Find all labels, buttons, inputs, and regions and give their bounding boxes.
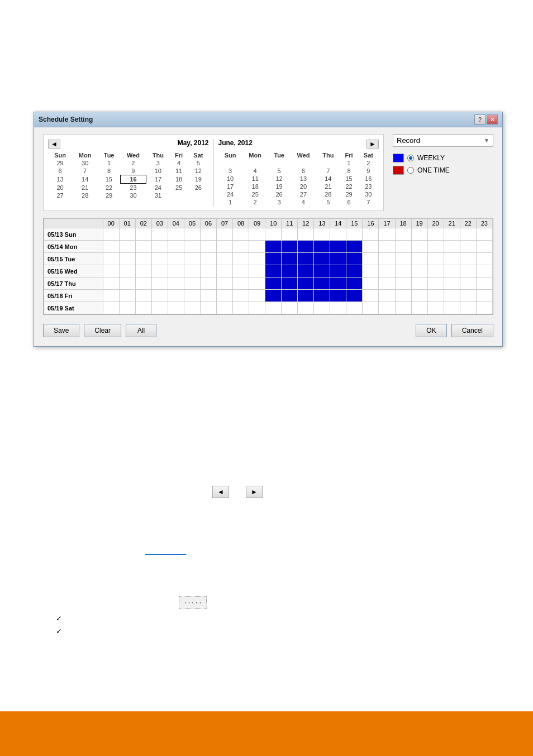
time-cell[interactable] [330, 253, 346, 265]
time-cell[interactable] [151, 253, 168, 265]
time-cell[interactable] [151, 228, 168, 241]
help-button[interactable]: ? [474, 114, 486, 125]
june-cell[interactable]: 3 [218, 167, 242, 175]
june-cell[interactable]: 23 [358, 183, 379, 190]
june-cell[interactable]: 30 [358, 190, 379, 198]
time-cell[interactable] [200, 241, 216, 253]
may-cell[interactable]: 31 [146, 192, 170, 199]
time-cell[interactable] [363, 277, 379, 290]
june-cell[interactable]: 5 [316, 198, 340, 206]
prev-month-button[interactable]: ◄ [48, 140, 60, 149]
time-cell[interactable] [427, 302, 444, 314]
time-cell[interactable] [119, 277, 135, 290]
may-cell[interactable]: 9 [120, 167, 146, 175]
time-cell[interactable] [249, 228, 265, 241]
time-cell[interactable] [233, 228, 249, 241]
time-cell[interactable] [379, 290, 395, 302]
time-cell[interactable] [249, 290, 265, 302]
time-cell[interactable] [363, 290, 379, 302]
time-cell[interactable] [427, 253, 444, 265]
time-cell[interactable] [314, 265, 330, 277]
june-cell[interactable]: 25 [242, 190, 268, 198]
time-cell[interactable] [346, 253, 363, 265]
time-cell[interactable] [135, 253, 151, 265]
time-cell[interactable] [460, 277, 476, 290]
time-cell[interactable] [135, 290, 151, 302]
time-cell[interactable] [346, 265, 363, 277]
time-cell[interactable] [346, 302, 363, 314]
time-cell[interactable] [346, 277, 363, 290]
time-cell[interactable] [476, 265, 492, 277]
weekly-option[interactable]: WEEKLY [393, 154, 493, 162]
time-cell[interactable] [265, 290, 282, 302]
time-cell[interactable] [119, 228, 135, 241]
june-cell[interactable]: 13 [291, 175, 317, 183]
ok-button[interactable]: OK [416, 324, 446, 337]
time-cell[interactable] [427, 290, 444, 302]
may-cell[interactable]: 7 [72, 167, 98, 175]
time-cell[interactable] [103, 290, 119, 302]
june-cell[interactable]: 29 [340, 190, 358, 198]
time-cell[interactable] [282, 290, 298, 302]
june-cell[interactable]: 11 [242, 175, 268, 183]
may-cell[interactable]: 4 [170, 159, 188, 167]
may-cell[interactable]: 20 [48, 184, 72, 192]
time-cell[interactable] [411, 228, 427, 241]
june-cell[interactable]: 4 [242, 167, 268, 175]
time-cell[interactable] [395, 228, 411, 241]
time-cell[interactable] [476, 241, 492, 253]
june-cell[interactable]: 20 [291, 183, 317, 190]
time-cell[interactable] [314, 253, 330, 265]
time-cell[interactable] [282, 228, 298, 241]
june-cell[interactable]: 5 [268, 167, 291, 175]
cancel-button[interactable]: Cancel [451, 324, 493, 337]
june-cell[interactable] [291, 159, 317, 167]
june-cell[interactable]: 1 [218, 198, 242, 206]
scroll-next-button[interactable]: ► [246, 486, 263, 498]
time-cell[interactable] [379, 241, 395, 253]
june-cell[interactable]: 19 [268, 183, 291, 190]
time-cell[interactable] [298, 241, 314, 253]
time-cell[interactable] [216, 302, 232, 314]
time-cell[interactable] [346, 290, 363, 302]
time-cell[interactable] [282, 265, 298, 277]
time-cell[interactable] [330, 302, 346, 314]
time-cell[interactable] [135, 228, 151, 241]
time-cell[interactable] [395, 241, 411, 253]
time-cell[interactable] [363, 253, 379, 265]
time-cell[interactable] [135, 265, 151, 277]
time-cell[interactable] [411, 277, 427, 290]
time-cell[interactable] [184, 253, 200, 265]
time-cell[interactable] [460, 241, 476, 253]
time-cell[interactable] [330, 290, 346, 302]
time-cell[interactable] [233, 265, 249, 277]
may-cell[interactable]: 1 [98, 159, 120, 167]
may-cell[interactable] [188, 192, 208, 199]
time-cell[interactable] [379, 228, 395, 241]
may-cell[interactable]: 28 [72, 192, 98, 199]
time-cell[interactable] [395, 302, 411, 314]
time-cell[interactable] [427, 277, 444, 290]
time-cell[interactable] [411, 241, 427, 253]
time-cell[interactable] [395, 265, 411, 277]
time-cell[interactable] [200, 302, 216, 314]
time-cell[interactable] [119, 290, 135, 302]
time-cell[interactable] [346, 228, 363, 241]
time-cell[interactable] [103, 277, 119, 290]
time-cell[interactable] [265, 228, 282, 241]
may-cell[interactable]: 8 [98, 167, 120, 175]
time-cell[interactable] [476, 277, 492, 290]
time-cell[interactable] [151, 290, 168, 302]
time-cell[interactable] [119, 302, 135, 314]
all-button[interactable]: All [126, 324, 156, 337]
may-cell[interactable]: 10 [146, 167, 170, 175]
june-cell[interactable]: 6 [291, 167, 317, 175]
time-cell[interactable] [314, 277, 330, 290]
may-cell[interactable]: 16 [120, 175, 146, 184]
time-cell[interactable] [135, 277, 151, 290]
time-cell[interactable] [265, 302, 282, 314]
time-cell[interactable] [265, 277, 282, 290]
time-cell[interactable] [460, 265, 476, 277]
june-cell[interactable]: 24 [218, 190, 242, 198]
may-cell[interactable]: 30 [72, 159, 98, 167]
